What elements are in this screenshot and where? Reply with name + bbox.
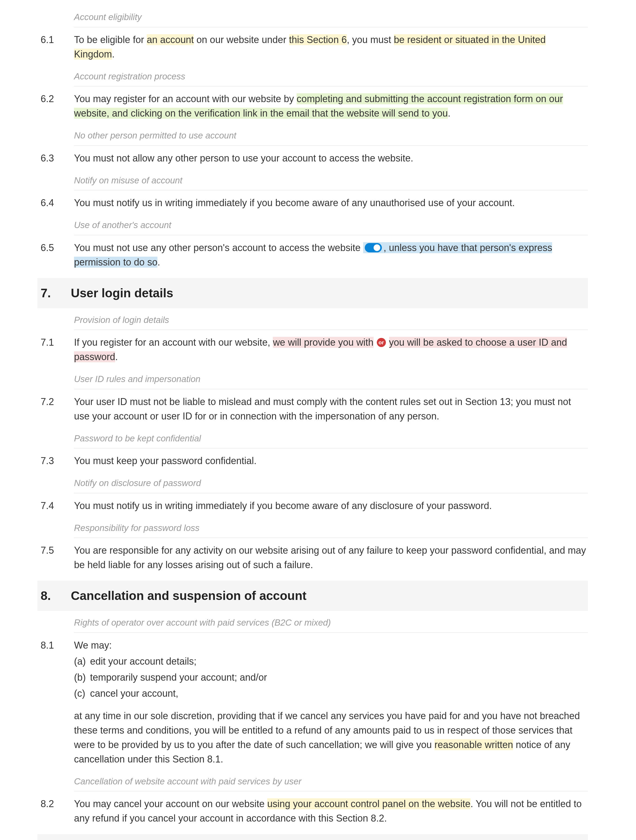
editable-text[interactable]: reasonable written [434,739,513,750]
clause-7-1: 7.1 If you register for an account with … [38,330,588,367]
text: You must keep your password confidential… [74,454,588,468]
section-number: 7. [38,284,71,302]
clause-number: 6.2 [38,92,74,122]
clause-body: You must notify us in writing immediatel… [74,196,588,212]
subsection-label: Notify on misuse of account [74,170,588,191]
list-item-letter: (a) [74,654,90,669]
clause-6-1: 6.1 To be eligible for an account on our… [38,27,588,65]
text: edit your account details; [90,654,197,669]
clause-body: You must not allow any other person to u… [74,151,588,167]
text: You are responsible for any activity on … [74,543,588,572]
text: We may: [74,638,588,652]
text: You must notify us in writing immediatel… [74,196,588,210]
section-number: 8. [38,587,71,605]
clause-body: You may cancel your account on our websi… [74,797,588,827]
clause-body: Your user ID must not be liable to misle… [74,395,588,425]
clause-number: 6.4 [38,196,74,212]
subsection-label: Use of another's account [74,215,588,235]
subsection-label: Responsibility for password loss [74,517,588,538]
section-header-9: 9. Training course subscriptions [38,834,588,840]
clause-body: To be eligible for an account on our web… [74,33,588,63]
alternative-text[interactable]: we will provide you with [273,337,373,348]
list-item: (a) edit your account details; [74,654,588,669]
clause-7-3: 7.3 You must keep your password confiden… [38,448,588,471]
list-item-letter: (c) [74,686,90,701]
text: , you must [347,34,394,45]
text: If you register for an account with our … [74,337,273,348]
clause-8-2: 8.2 You may cancel your account on our w… [38,791,588,829]
text: . [157,257,160,268]
clause-number: 8.1 [38,638,74,768]
section-title: Cancellation and suspension of account [71,587,307,605]
sub-list: (a) edit your account details; (b) tempo… [74,654,588,701]
subsection-label: Provision of login details [74,309,588,330]
text: You may cancel your account on our websi… [74,798,267,809]
subsection-label: Account eligibility [74,6,588,27]
clause-number: 7.1 [38,335,74,366]
subsection-label: Cancellation of website account with pai… [74,771,588,792]
editable-text[interactable]: this Section 6 [289,34,347,45]
text: You must notify us in writing immediatel… [74,499,588,513]
section-title: User login details [71,284,173,302]
clause-body: We may: (a) edit your account details; (… [74,638,588,768]
clause-number: 8.2 [38,797,74,827]
subsection-label: Rights of operator over account with pai… [74,612,588,633]
section-header-7: 7. User login details [38,278,588,308]
text: cancel your account, [90,686,178,701]
text: . [448,108,450,119]
clause-number: 6.1 [38,33,74,63]
clause-6-2: 6.2 You may register for an account with… [38,86,588,124]
subsection-label: User ID rules and impersonation [74,368,588,389]
text: You must not use any other person's acco… [74,242,361,253]
text: You may register for an account with our… [74,93,297,104]
section-header-8: 8. Cancellation and suspension of accoun… [38,581,588,611]
document-body: Account eligibility 6.1 To be eligible f… [0,0,636,840]
subsection-label: Notify on disclosure of password [74,472,588,493]
subsection-label: Account registration process [74,66,588,87]
text: on our website under [194,34,289,45]
clause-6-4: 6.4 You must notify us in writing immedi… [38,190,588,213]
text: Your user ID must not be liable to misle… [74,395,588,423]
list-item: (c) cancel your account, [74,686,588,701]
editable-text[interactable]: an account [147,34,194,45]
subsection-label: No other person permitted to use account [74,125,588,146]
editable-text[interactable]: using your account control panel on the … [267,798,470,809]
clause-6-5: 6.5 You must not use any other person's … [38,235,588,273]
clause-body: You are responsible for any activity on … [74,543,588,574]
clause-8-1: 8.1 We may: (a) edit your account detail… [38,633,588,770]
text: . [112,49,115,60]
clause-body: You may register for an account with our… [74,92,588,122]
toggle-icon[interactable] [365,243,382,253]
clause-number: 7.2 [38,395,74,425]
list-item: (b) temporarily suspend your account; an… [74,670,588,685]
text: You must not allow any other person to u… [74,151,588,166]
alternative-text[interactable]: you will be asked to choose [389,337,507,348]
clause-6-3: 6.3 You must not allow any other person … [38,146,588,169]
clause-7-2: 7.2 Your user ID must not be liable to m… [38,389,588,427]
or-icon[interactable]: or [377,338,386,347]
clause-body: You must notify us in writing immediatel… [74,499,588,515]
clause-body: If you register for an account with our … [74,335,588,366]
clause-number: 7.4 [38,499,74,515]
clause-number: 7.3 [38,454,74,470]
clause-body: You must not use any other person's acco… [74,241,588,271]
clause-7-5: 7.5 You are responsible for any activity… [38,538,588,575]
clause-number: 6.5 [38,241,74,271]
clause-7-4: 7.4 You must notify us in writing immedi… [38,493,588,516]
clause-body: You must keep your password confidential… [74,454,588,470]
clause-number: 6.3 [38,151,74,167]
text: . [115,351,118,362]
list-item-letter: (b) [74,670,90,685]
clause-number: 7.5 [38,543,74,574]
text: To be eligible for [74,34,147,45]
subsection-label: Password to be kept confidential [74,428,588,448]
text: temporarily suspend your account; and/or [90,670,267,685]
